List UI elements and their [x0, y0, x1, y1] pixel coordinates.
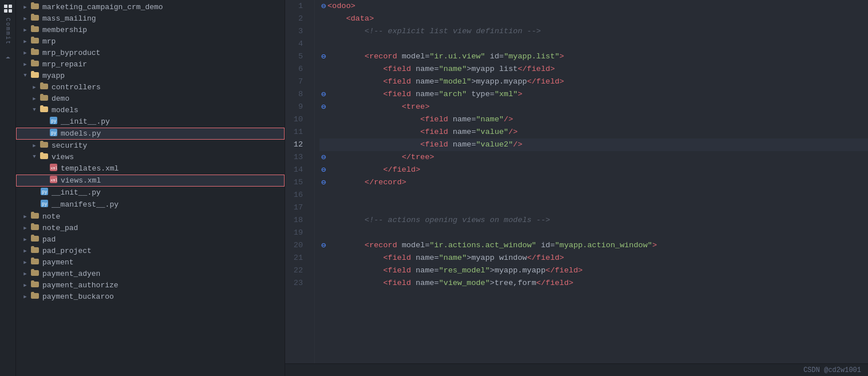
- code-line-15[interactable]: ⊖ </record>: [319, 176, 868, 189]
- tree-arrow-payment_adyen: ▶: [21, 271, 30, 277]
- tree-item-security[interactable]: ▶security: [16, 140, 285, 151]
- svg-text:py: py: [51, 118, 57, 124]
- tree-item-membership[interactable]: ▶membership: [16, 24, 285, 35]
- file-icon-folder: [30, 258, 40, 267]
- svg-rect-0: [4, 5, 7, 8]
- gutter-line-20: 20: [287, 239, 307, 252]
- fold-marker-15: ⊖: [319, 176, 328, 189]
- code-line-16[interactable]: [319, 189, 868, 201]
- tree-item-payment_adyen[interactable]: ▶payment_adyen: [16, 268, 285, 279]
- tree-item-myapp[interactable]: ▼myapp: [16, 70, 285, 81]
- tree-arrow-models: ▼: [30, 107, 39, 113]
- line-numbers: 1234567891011121314151617181920212223: [285, 0, 315, 363]
- code-line-7[interactable]: <field name="model">myapp.myapp</field>: [319, 76, 868, 88]
- tree-item-note_pad[interactable]: ▶note_pad: [16, 222, 285, 233]
- activity-bar: Commit: [0, 0, 16, 376]
- tree-item-marketing[interactable]: ▶marketing_campaign_crm_demo: [16, 1, 285, 13]
- code-line-14[interactable]: ⊖ </field>: [319, 164, 868, 176]
- tree-arrow-demo: ▶: [30, 96, 39, 102]
- gutter-line-15: 15: [287, 176, 307, 189]
- tree-label-views_xml: views.xml: [61, 176, 285, 185]
- code-line-12[interactable]: <field name="value2"/>: [319, 138, 868, 151]
- tree-item-note[interactable]: ▶note: [16, 211, 285, 222]
- gutter-line-14: 14: [287, 164, 307, 176]
- code-line-23[interactable]: <field name="view_mode">tree,form</field…: [319, 277, 868, 290]
- code-line-4[interactable]: [319, 38, 868, 50]
- gutter-line-10: 10: [287, 113, 307, 126]
- file-icon-folder: [30, 48, 40, 57]
- code-line-13[interactable]: ⊖ </tree>: [319, 151, 868, 164]
- file-icon-folder: [30, 60, 40, 69]
- tree-item-init_py[interactable]: py__init__.py: [16, 116, 285, 128]
- file-icon-folder: [30, 223, 40, 232]
- tree-label-note_pad: note_pad: [42, 224, 285, 232]
- code-line-1[interactable]: ⊖<odoo>: [319, 0, 868, 13]
- status-text: CSDN @cd2w1001: [803, 366, 861, 374]
- gutter-line-6: 6: [287, 63, 307, 76]
- gutter-line-16: 16: [287, 189, 307, 201]
- tree-label-models: models: [52, 106, 285, 114]
- tree-item-payment[interactable]: ▶payment: [16, 256, 285, 268]
- code-line-5[interactable]: ⊖ <record model="ir.ui.view" id="myapp.l…: [319, 50, 868, 63]
- code-line-11[interactable]: <field name="value"/>: [319, 126, 868, 138]
- tree-item-pad[interactable]: ▶pad: [16, 233, 285, 245]
- code-line-2[interactable]: <data>: [319, 13, 868, 25]
- gutter-line-17: 17: [287, 201, 307, 214]
- fold-marker-13: ⊖: [319, 151, 328, 164]
- tree-label-manifest_py: __manifest__.py: [52, 200, 285, 209]
- tree-item-init_py2[interactable]: py__init__.py: [16, 187, 285, 199]
- tree-arrow-payment_authorize: ▶: [21, 282, 30, 288]
- file-icon-folder: [39, 94, 49, 103]
- tree-item-manifest_py[interactable]: py__manifest__.py: [16, 199, 285, 211]
- tree-item-payment_buckaroo[interactable]: ▶payment_buckaroo: [16, 291, 285, 302]
- code-line-6[interactable]: <field name="name">myapp list</field>: [319, 63, 868, 76]
- tree-label-pad: pad: [42, 235, 285, 244]
- tree-item-mass_mailing[interactable]: ▶mass_mailing: [16, 13, 285, 24]
- file-icon-py: py: [39, 188, 49, 197]
- code-line-8[interactable]: ⊖ <field name="arch" type="xml">: [319, 88, 868, 101]
- tree-item-views_xml[interactable]: xmlviews.xml: [16, 175, 285, 187]
- code-line-22[interactable]: <field name="res_model">myapp.myapp</fie…: [319, 264, 868, 277]
- tree-item-models_py[interactable]: pymodels.py: [16, 128, 285, 140]
- tree-item-models[interactable]: ▼models: [16, 104, 285, 116]
- code-line-3[interactable]: <!-- explicit list view definition -->: [319, 25, 868, 38]
- gutter-line-8: 8: [287, 88, 307, 101]
- code-line-10[interactable]: <field name="name"/>: [319, 113, 868, 126]
- tree-item-payment_authorize[interactable]: ▶payment_authorize: [16, 279, 285, 291]
- tree-arrow-mrp: ▶: [21, 38, 30, 45]
- file-icon-folder: [30, 2, 40, 11]
- code-editor: 1234567891011121314151617181920212223 ⊖<…: [285, 0, 868, 363]
- tree-arrow-mass_mailing: ▶: [21, 15, 30, 22]
- tree-item-mrp_repair[interactable]: ▶mrp_repair: [16, 58, 285, 70]
- tree-label-payment: payment: [42, 258, 285, 267]
- file-icon-folder: [30, 280, 40, 290]
- code-content[interactable]: ⊖<odoo> <data> <!-- explicit list view d…: [315, 0, 868, 363]
- tree-arrow-pad_project: ▶: [21, 248, 30, 254]
- tree-item-demo[interactable]: ▶demo: [16, 93, 285, 104]
- tree-label-demo: demo: [52, 94, 285, 103]
- push-icon[interactable]: [2, 54, 14, 66]
- svg-text:xml: xml: [50, 178, 57, 183]
- gutter-line-12: 12: [287, 138, 307, 151]
- tree-label-payment_buckaroo: payment_buckaroo: [42, 292, 285, 301]
- tree-item-views[interactable]: ▼views: [16, 151, 285, 163]
- project-icon[interactable]: [2, 2, 14, 15]
- tree-arrow-marketing: ▶: [21, 4, 30, 10]
- code-line-19[interactable]: [319, 227, 868, 239]
- tree-arrow-mrp_repair: ▶: [21, 61, 30, 68]
- tree-item-templates_xml[interactable]: xmltemplates.xml: [16, 163, 285, 175]
- tree-label-payment_adyen: payment_adyen: [42, 270, 285, 278]
- code-line-20[interactable]: ⊖ <record model="ir.actions.act_window" …: [319, 239, 868, 252]
- file-icon-py: py: [39, 200, 49, 209]
- commit-icon[interactable]: Commit: [2, 25, 14, 38]
- tree-item-mrp[interactable]: ▶mrp: [16, 35, 285, 47]
- code-line-9[interactable]: ⊖ <tree>: [319, 101, 868, 113]
- tree-item-mrp_byproduct[interactable]: ▶mrp_byproduct: [16, 47, 285, 58]
- tree-item-controllers[interactable]: ▶controllers: [16, 81, 285, 93]
- code-line-21[interactable]: <field name="name">myapp window</field>: [319, 252, 868, 264]
- code-line-18[interactable]: <!-- actions opening views on models -->: [319, 214, 868, 227]
- file-icon-folder: [39, 141, 49, 150]
- code-line-17[interactable]: [319, 201, 868, 214]
- file-icon-folder: [39, 152, 49, 161]
- tree-item-pad_project[interactable]: ▶pad_project: [16, 245, 285, 256]
